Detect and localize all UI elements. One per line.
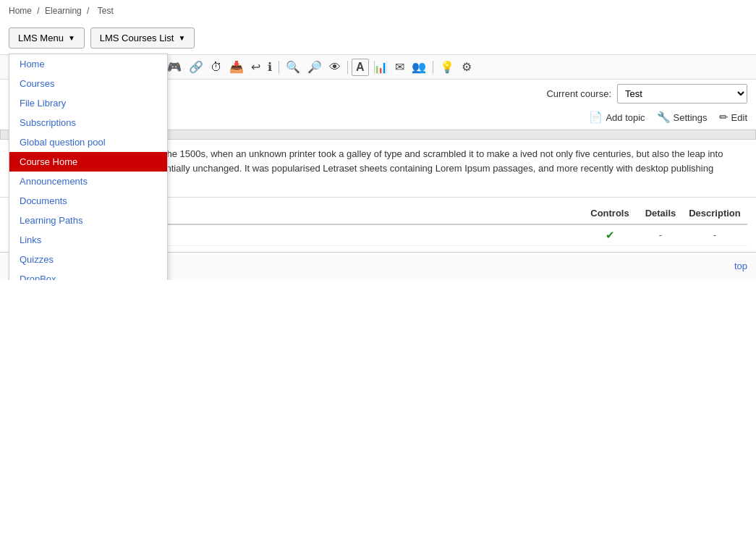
menu-item-links[interactable]: Links (9, 230, 167, 250)
icon-pie[interactable]: 📊 (370, 58, 391, 76)
icon-users[interactable]: 👥 (409, 58, 429, 76)
row-description-cell: - (682, 224, 747, 246)
menu-item-documents[interactable]: Documents (9, 191, 167, 211)
icon-search1[interactable]: 🔍 (283, 58, 303, 76)
toolbar-separator-3 (347, 61, 348, 74)
toolbar-separator-4 (433, 61, 433, 74)
col-controls: Controls (581, 203, 639, 224)
lms-menu-arrow-icon: ▼ (68, 34, 75, 42)
add-topic-icon: 📄 (589, 111, 603, 124)
menu-item-learning-paths[interactable]: Learning Paths (9, 211, 167, 230)
menu-item-home[interactable]: Home (9, 54, 167, 74)
icon-info[interactable]: ℹ (265, 58, 275, 76)
lms-courses-arrow-icon: ▼ (178, 34, 185, 42)
lms-menu-dropdown: Home Courses File Library Subscriptions … (9, 54, 168, 280)
icon-return[interactable]: ↩ (248, 58, 263, 76)
breadcrumb-elearning[interactable]: Elearning (45, 6, 82, 16)
menu-item-file-library[interactable]: File Library (9, 93, 167, 113)
edit-button[interactable]: ✏ Edit (719, 111, 747, 124)
details-dash: - (659, 229, 662, 240)
add-topic-button[interactable]: 📄 Add topic (589, 111, 645, 124)
menu-item-announcements[interactable]: Announcements (9, 172, 167, 191)
menu-item-global-question-pool[interactable]: Global question pool (9, 132, 167, 152)
icon-bulb[interactable]: 💡 (437, 58, 457, 76)
description-dash: - (713, 229, 716, 240)
breadcrumb-current: Test (98, 6, 114, 16)
current-course-label: Current course: (546, 88, 611, 99)
icon-search2[interactable]: 🔎 (305, 58, 325, 76)
icon-text-a[interactable]: A (352, 59, 369, 76)
col-description: Description (682, 203, 747, 224)
icon-download[interactable]: 📥 (226, 58, 247, 76)
breadcrumb: Home / Elearning / Test (0, 0, 756, 22)
menu-item-dropbox[interactable]: DropBox (9, 269, 167, 280)
controls-check-icon: ✔ (606, 229, 615, 241)
menu-item-courses[interactable]: Courses (9, 74, 167, 93)
icon-eye[interactable]: 👁 (326, 59, 344, 76)
menu-item-course-home[interactable]: Course Home (9, 152, 167, 172)
col-details: Details (639, 203, 682, 224)
lms-courses-button[interactable]: LMS Courses List ▼ (90, 28, 195, 48)
menu-item-quizzes[interactable]: Quizzes (9, 250, 167, 269)
toolbar-area: LMS Menu ▼ LMS Courses List ▼ Home Cours… (0, 22, 756, 54)
edit-icon: ✏ (719, 111, 729, 124)
settings-button[interactable]: 🔧 Settings (657, 111, 708, 124)
settings-icon: 🔧 (657, 111, 671, 124)
lms-menu-button[interactable]: LMS Menu ▼ (9, 28, 85, 48)
breadcrumb-home[interactable]: Home (9, 6, 32, 16)
icon-help-circle[interactable]: ⚙ (459, 58, 475, 76)
toolbar-separator-2 (279, 61, 279, 74)
row-controls-cell: ✔ (581, 224, 639, 246)
course-select[interactable]: Test (617, 84, 747, 103)
icon-mail[interactable]: ✉ (392, 58, 407, 76)
top-link[interactable]: top (734, 261, 747, 271)
icon-link[interactable]: 🔗 (186, 58, 206, 76)
icon-timer[interactable]: ⏱ (208, 59, 225, 76)
row-details-cell: - (639, 224, 682, 246)
menu-item-subscriptions[interactable]: Subscriptions (9, 113, 167, 132)
